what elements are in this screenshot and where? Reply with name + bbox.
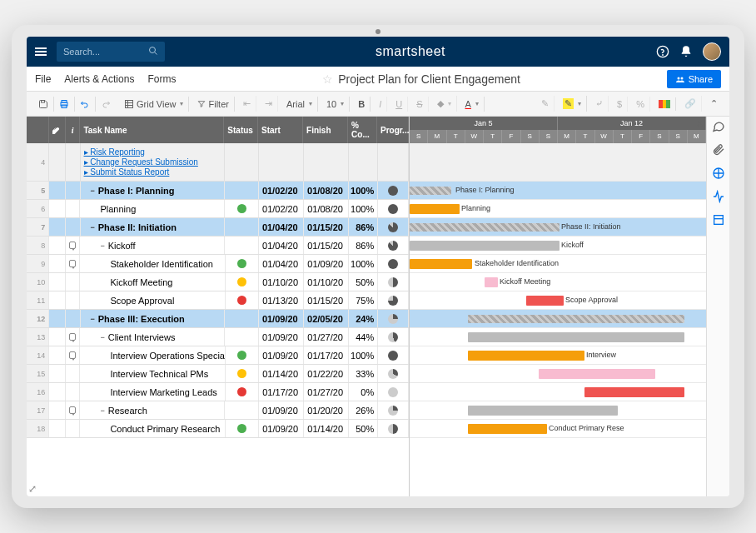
- cell-comment[interactable]: [66, 182, 81, 199]
- table-row[interactable]: 14 Interview Operations Specialists 01/0…: [27, 346, 409, 365]
- table-row[interactable]: 5 −Phase I: Planning 01/02/20 01/08/20 1…: [27, 182, 409, 200]
- filter-button[interactable]: Filter: [192, 97, 234, 112]
- cell-finish[interactable]: 01/09/20: [304, 255, 349, 272]
- collapse-icon[interactable]: −: [91, 315, 95, 323]
- cell-start[interactable]: 01/02/20: [259, 200, 304, 217]
- cell-start[interactable]: 01/04/20: [259, 218, 304, 236]
- comment-icon[interactable]: [69, 406, 77, 414]
- fill-color-button[interactable]: ◆: [432, 96, 457, 112]
- cell-pct[interactable]: 26%: [349, 401, 378, 419]
- cell-attach[interactable]: [49, 328, 66, 346]
- cell-task[interactable]: Scope Approval: [80, 291, 225, 309]
- font-size-select[interactable]: 10: [321, 97, 350, 112]
- more-button[interactable]: ⌃: [705, 96, 723, 112]
- cell-attach[interactable]: [49, 310, 66, 327]
- save-button[interactable]: [33, 97, 54, 112]
- gantt-bar[interactable]: [410, 259, 472, 269]
- cell-status[interactable]: [225, 310, 259, 327]
- cell-status[interactable]: [225, 328, 259, 346]
- cell-prog[interactable]: [378, 328, 409, 346]
- cell-attach[interactable]: [49, 273, 66, 291]
- link-button[interactable]: 🔗: [679, 96, 702, 112]
- cell-pct[interactable]: 44%: [349, 328, 378, 346]
- table-row[interactable]: 9 Stakeholder Identification 01/04/20 01…: [27, 255, 409, 273]
- italic-button[interactable]: I: [374, 97, 387, 112]
- table-row[interactable]: 12 −Phase III: Execution 01/09/20 02/05/…: [27, 310, 409, 328]
- cell-prog[interactable]: [378, 310, 409, 327]
- gantt-bar[interactable]: [539, 369, 655, 379]
- undo-button[interactable]: [75, 97, 96, 112]
- cell-status[interactable]: [226, 291, 260, 309]
- comment-icon[interactable]: [69, 351, 77, 359]
- col-start[interactable]: Start: [258, 117, 303, 143]
- menu-forms[interactable]: Forms: [147, 73, 176, 85]
- cell-prog[interactable]: [378, 383, 409, 401]
- cell-comment[interactable]: [66, 365, 81, 382]
- search-input[interactable]: [63, 47, 148, 57]
- cell-comment[interactable]: [66, 346, 81, 364]
- col-pct[interactable]: % Co...: [348, 117, 377, 143]
- cell-pct[interactable]: 100%: [349, 255, 378, 272]
- cell-attach[interactable]: [49, 255, 66, 272]
- cell-start[interactable]: 01/17/20: [259, 383, 304, 401]
- text-color-button[interactable]: A: [460, 97, 485, 112]
- cell-attach[interactable]: [49, 401, 66, 419]
- cell-status[interactable]: [225, 218, 259, 236]
- cell-task[interactable]: Stakeholder Identification: [80, 255, 225, 272]
- conditional-format-button[interactable]: [654, 97, 676, 111]
- cell-task[interactable]: −Phase I: Planning: [81, 182, 226, 199]
- table-row[interactable]: 17 −Research 01/09/20 01/20/20 26%: [27, 401, 409, 420]
- gantt-bar[interactable]: [410, 223, 560, 232]
- table-row[interactable]: 6 Planning 01/02/20 01/08/20 100%: [27, 200, 409, 218]
- cell-finish[interactable]: 01/10/20: [304, 273, 349, 291]
- proof-icon[interactable]: [712, 167, 725, 180]
- link-risk[interactable]: ▸ Risk Reporting: [84, 147, 145, 157]
- cell-start[interactable]: 01/09/20: [259, 420, 304, 437]
- cell-pct[interactable]: 100%: [349, 182, 378, 199]
- link-submit[interactable]: ▸ Submit Status Report: [84, 167, 170, 177]
- cell-task[interactable]: Planning: [80, 200, 225, 217]
- cell-finish[interactable]: 01/20/20: [304, 401, 349, 419]
- bell-icon[interactable]: [679, 45, 693, 58]
- gantt-close-icon[interactable]: ×: [697, 118, 703, 130]
- cell-pct[interactable]: 50%: [349, 420, 378, 437]
- cell-comment[interactable]: [66, 237, 81, 254]
- currency-button[interactable]: $: [612, 97, 628, 112]
- gantt-bar[interactable]: [468, 406, 618, 416]
- cell-prog[interactable]: [378, 365, 409, 382]
- expand-icon[interactable]: ⤢: [28, 483, 37, 495]
- comment-icon[interactable]: [69, 260, 77, 267]
- table-row[interactable]: 11 Scope Approval 01/13/20 01/15/20 75%: [27, 291, 409, 310]
- cell-finish[interactable]: 01/17/20: [304, 346, 349, 364]
- table-row[interactable]: 8 −Kickoff 01/04/20 01/15/20 86%: [27, 237, 409, 255]
- font-select[interactable]: Arial: [281, 97, 318, 112]
- gantt-bar[interactable]: [468, 351, 584, 361]
- cell-prog[interactable]: [378, 273, 409, 291]
- format-painter-button[interactable]: ✎: [536, 96, 555, 112]
- cell-comment[interactable]: [66, 200, 81, 217]
- collapse-icon[interactable]: −: [91, 187, 95, 195]
- star-icon[interactable]: ☆: [322, 72, 333, 86]
- cell-status[interactable]: [225, 200, 259, 217]
- table-row[interactable]: 13 −Client Interviews 01/09/20 01/27/20 …: [27, 328, 409, 346]
- cell-start[interactable]: 01/14/20: [259, 365, 304, 382]
- cell-attach[interactable]: [49, 218, 66, 236]
- cell-finish[interactable]: 01/08/20: [304, 200, 349, 217]
- outdent-button[interactable]: ⇤: [238, 96, 256, 112]
- cell-comment[interactable]: [66, 401, 81, 419]
- cell-start[interactable]: 01/04/20: [259, 255, 304, 272]
- table-row[interactable]: 16 Interview Marketing Leads 01/17/20 01…: [27, 383, 409, 401]
- cell-finish[interactable]: 01/22/20: [304, 365, 349, 382]
- table-row[interactable]: 10 Kickoff Meeting 01/10/20 01/10/20 50%: [27, 273, 409, 291]
- cell-task[interactable]: Interview Technical PMs: [80, 365, 225, 382]
- cell-finish[interactable]: 01/27/20: [304, 383, 349, 401]
- cell-start[interactable]: 01/09/20: [259, 328, 304, 346]
- table-row[interactable]: 15 Interview Technical PMs 01/14/20 01/2…: [27, 365, 409, 383]
- cell-task[interactable]: −Phase II: Initiation: [81, 218, 226, 236]
- share-button[interactable]: Share: [667, 70, 721, 88]
- wrap-button[interactable]: ⤶: [590, 96, 609, 112]
- cell-status[interactable]: [226, 383, 260, 401]
- summary-icon[interactable]: [712, 213, 725, 227]
- highlight-button[interactable]: ✎: [558, 96, 587, 112]
- col-prog[interactable]: Progr...: [377, 117, 409, 143]
